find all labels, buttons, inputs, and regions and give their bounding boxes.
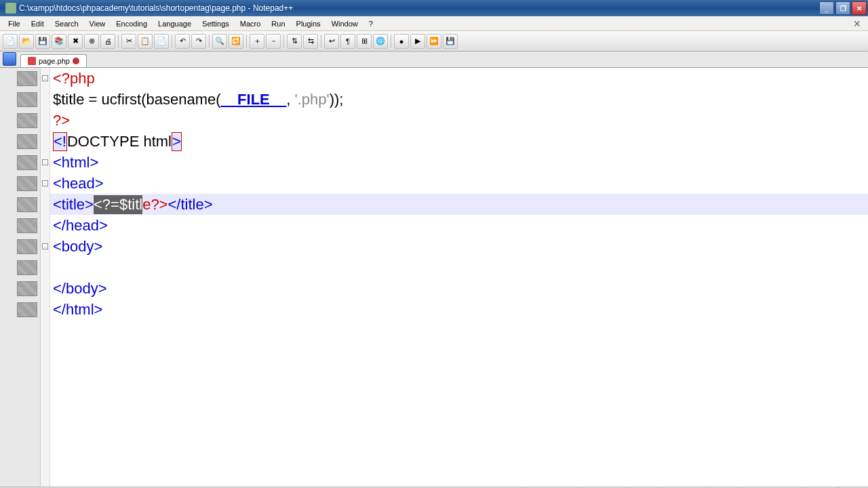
menu-view[interactable]: View <box>84 18 111 29</box>
change-marker <box>17 176 37 191</box>
php-file-icon <box>28 57 36 65</box>
tab-nav-button[interactable] <box>3 52 16 66</box>
window-title-wrap: C:\xampp\htdocs\phpacademy\tutorials\sho… <box>1 3 293 14</box>
play-icon[interactable]: ▶ <box>410 34 425 49</box>
redo-icon[interactable]: ↷ <box>191 34 206 49</box>
menu-window[interactable]: Window <box>326 18 363 29</box>
change-marker <box>17 197 37 212</box>
menu-macro[interactable]: Macro <box>235 18 267 29</box>
close-button[interactable]: ✕ <box>852 1 867 15</box>
zoom-out-icon[interactable]: － <box>266 34 281 49</box>
code-line: </body> <box>50 278 868 299</box>
menu-plugins[interactable]: Plugins <box>291 18 326 29</box>
change-gutter <box>0 68 41 487</box>
save-macro-icon[interactable]: 💾 <box>443 34 458 49</box>
editor: - - - - <?php $title = ucfirst(basename(… <box>0 68 868 487</box>
menu-language[interactable]: Language <box>153 18 197 29</box>
change-marker <box>17 239 37 254</box>
toolbar-separator <box>246 35 247 48</box>
minimize-button[interactable]: _ <box>819 1 834 15</box>
code-line: <!DOCTYPE html> <box>50 131 868 152</box>
window-title: C:\xampp\htdocs\phpacademy\tutorials\sho… <box>19 3 293 13</box>
save-icon[interactable]: 💾 <box>35 34 50 49</box>
change-marker <box>17 281 37 296</box>
change-marker <box>17 92 37 107</box>
toolbar-separator <box>118 35 119 48</box>
lang-icon[interactable]: 🌐 <box>373 34 388 49</box>
find-icon[interactable]: 🔍 <box>212 34 227 49</box>
code-line <box>50 257 868 278</box>
menu-encoding[interactable]: Encoding <box>111 18 153 29</box>
undo-icon[interactable]: ↶ <box>175 34 190 49</box>
toolbar-separator <box>391 35 391 48</box>
menu-file[interactable]: File <box>3 18 26 29</box>
change-marker <box>17 260 37 275</box>
menu-settings[interactable]: Settings <box>197 18 235 29</box>
menu-search[interactable]: Search <box>50 18 84 29</box>
print-icon[interactable]: 🖨 <box>100 34 115 49</box>
toolbar-separator <box>172 35 172 48</box>
file-tab-active[interactable]: page.php <box>20 54 87 67</box>
replace-icon[interactable]: 🔁 <box>229 34 243 49</box>
change-marker <box>17 71 37 86</box>
paste-icon[interactable]: 📄 <box>154 34 169 49</box>
change-marker <box>17 134 37 149</box>
wordwrap-icon[interactable]: ↩ <box>324 34 339 49</box>
show-all-icon[interactable]: ¶ <box>340 34 355 49</box>
toolbar-separator <box>209 35 210 48</box>
code-line: <?php <box>50 68 868 89</box>
code-line: <html> <box>50 152 868 173</box>
tab-label: page.php <box>39 57 70 65</box>
zoom-in-icon[interactable]: ＋ <box>250 34 264 49</box>
play-multi-icon[interactable]: ⏩ <box>427 34 441 49</box>
open-file-icon[interactable]: 📂 <box>19 34 34 49</box>
code-line: </head> <box>50 215 868 236</box>
code-line: <head> <box>50 173 868 194</box>
toolbar: 📄 📂 💾 📚 ✖ ⊗ 🖨 ✂ 📋 📄 ↶ ↷ 🔍 🔁 ＋ － ⇅ ⇆ ↩ ¶ … <box>0 31 868 52</box>
text-selection: <?=$titl <box>94 195 142 214</box>
tab-bar: page.php <box>0 52 868 68</box>
menu-help[interactable]: ? <box>363 18 378 29</box>
toolbar-separator <box>283 35 284 48</box>
menu-bar: File Edit Search View Encoding Language … <box>0 16 868 31</box>
indent-guide-icon[interactable]: ⊞ <box>357 34 372 49</box>
maximize-button[interactable]: ❐ <box>835 1 850 15</box>
fold-toggle[interactable]: - <box>42 180 48 186</box>
doc-close-button[interactable]: ✕ <box>849 18 865 29</box>
change-marker <box>17 113 37 128</box>
close-all-icon[interactable]: ⊗ <box>84 34 99 49</box>
window-controls: _ ❐ ✕ <box>819 1 867 15</box>
change-marker <box>17 218 37 233</box>
record-icon[interactable]: ● <box>394 34 409 49</box>
new-file-icon[interactable]: 📄 <box>3 34 18 49</box>
save-all-icon[interactable]: 📚 <box>52 34 66 49</box>
cut-icon[interactable]: ✂ <box>121 34 136 49</box>
title-bar: C:\xampp\htdocs\phpacademy\tutorials\sho… <box>0 0 868 16</box>
code-line: </html> <box>50 299 868 320</box>
tab-dirty-icon <box>73 58 79 64</box>
fold-toggle[interactable]: - <box>42 159 48 165</box>
code-line: ?> <box>50 110 868 131</box>
fold-toggle[interactable]: - <box>42 75 48 81</box>
fold-gutter: - - - - <box>41 68 50 487</box>
copy-icon[interactable]: 📋 <box>138 34 153 49</box>
menu-edit[interactable]: Edit <box>26 18 50 29</box>
code-line-current: <title><?=$title?></title> <box>50 194 868 215</box>
change-marker <box>17 155 37 170</box>
code-line: <body> <box>50 236 868 257</box>
menu-run[interactable]: Run <box>266 18 290 29</box>
sync-h-icon[interactable]: ⇆ <box>303 34 318 49</box>
app-icon <box>5 3 16 14</box>
sync-v-icon[interactable]: ⇅ <box>287 34 302 49</box>
code-area[interactable]: <?php $title = ucfirst(basename(__FILE__… <box>50 68 868 487</box>
change-marker <box>17 302 37 317</box>
close-file-icon[interactable]: ✖ <box>68 34 83 49</box>
fold-toggle[interactable]: - <box>42 243 48 249</box>
toolbar-separator <box>321 35 321 48</box>
code-line: $title = ucfirst(basename(__FILE__, '.ph… <box>50 89 868 110</box>
